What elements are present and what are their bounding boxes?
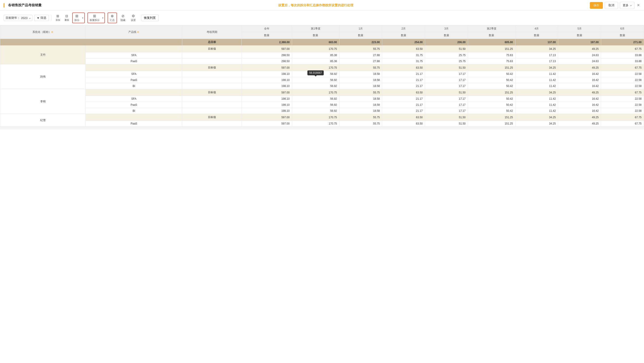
v: 34.25 <box>515 46 558 52</box>
v: 18.58 <box>339 102 382 108</box>
v: 298.50 <box>242 52 292 58</box>
hide-label: 隐藏 <box>120 18 126 22</box>
more-button[interactable]: 更多 <box>620 2 634 9</box>
th-person: 系统名（昵称）⊕ <box>0 25 86 39</box>
v: 16.42 <box>558 77 601 83</box>
cancel-button[interactable]: 取消 <box>605 2 618 9</box>
person-liming: 李明 <box>0 89 86 114</box>
v: 597.00 <box>242 114 292 121</box>
settings-button[interactable]: ⚙ 设置 <box>129 13 138 23</box>
hide-button[interactable]: ⊘ 隐藏 <box>119 13 127 23</box>
v: 22.58 <box>601 102 644 108</box>
product-target-4 <box>86 114 182 121</box>
v: 597.00 <box>242 46 292 52</box>
v: 55.75 <box>339 64 382 71</box>
v: 170.75 <box>292 114 340 121</box>
v: 151.25 <box>468 89 515 96</box>
v: 18.58 <box>339 83 382 89</box>
v: 170.75 <box>292 64 340 71</box>
v: 49.25 <box>558 46 601 52</box>
total-label-cell <box>0 39 182 46</box>
weight-split-button[interactable]: ⊞ 权重拆分 <box>88 13 101 23</box>
v: 31.75 <box>382 52 425 58</box>
close-button[interactable]: × <box>636 2 640 8</box>
table-row: 刘伟 目标值 597.00 170.75 55.75 63.50 51.50 1… <box>0 64 644 71</box>
v: 17.17 <box>425 77 468 83</box>
filter-button[interactable]: ▼ 筛选 <box>34 15 49 21</box>
tooltip-cell: 56.92 56.916667 <box>292 77 340 83</box>
add-person-icon[interactable]: ⊕ <box>51 30 54 33</box>
restore-button[interactable]: 恢复列宽 <box>141 14 158 21</box>
v: 67.75 <box>601 46 644 52</box>
total-val-6: 605.00 <box>468 39 515 46</box>
weight-split-group: ⊞ 权重拆分 ▼ <box>88 12 105 23</box>
v: 16.42 <box>558 96 601 102</box>
v: 24.63 <box>558 52 601 58</box>
total-val-3: 223.00 <box>339 39 382 46</box>
filter-label: 筛选 <box>40 16 46 20</box>
total-val-7: 137.00 <box>515 39 558 46</box>
v: 67.75 <box>601 121 644 127</box>
add-product-icon[interactable]: ⊕ <box>137 30 139 33</box>
v <box>182 58 242 64</box>
table-row: SFA 198.10 56.92 18.58 21.17 17.17 50.42… <box>0 96 644 102</box>
summary-icon: ⊕ <box>111 14 114 18</box>
v: 11.42 <box>515 71 558 77</box>
header-row-1: 系统名（昵称）⊕ 产品线 ⊕ 考核周期 全年 第1季度 1月 2月 3月 第2季… <box>0 25 644 32</box>
save-button[interactable]: 保存 <box>590 2 603 9</box>
v: 27.88 <box>339 52 382 58</box>
add-button[interactable]: ⊞ 添加 <box>54 13 62 22</box>
v: 50.42 <box>468 71 515 77</box>
v: 49.25 <box>558 89 601 96</box>
v: 63.50 <box>382 89 425 96</box>
th-jun: 6月 <box>601 25 644 32</box>
page-title: 各销售按产品考核销量 <box>8 3 42 7</box>
year-label: 目标财年： <box>6 16 20 20</box>
v: 49.25 <box>558 121 601 127</box>
total-val-2: 683.00 <box>292 39 340 46</box>
v: 17.17 <box>425 102 468 108</box>
th-qty-2: 数量 <box>292 32 340 39</box>
v: 198.10 <box>242 83 292 89</box>
total-val-8: 197.00 <box>558 39 601 46</box>
toolbar-divider-1 <box>52 15 52 20</box>
v: 67.75 <box>601 89 644 96</box>
table-row: PaaS 298.50 85.38 27.88 31.75 25.75 75.6… <box>0 58 644 64</box>
v: 56.92 <box>292 108 340 114</box>
table-row: SFA 298.50 85.38 27.88 31.75 25.75 75.63… <box>0 52 644 58</box>
v: 22.58 <box>601 77 644 83</box>
summary-button[interactable]: ⊕ 汇总 <box>108 13 116 23</box>
summary-container: ⊕ 汇总 <box>108 12 117 23</box>
chevron-down-icon <box>630 4 632 6</box>
v: 51.50 <box>425 121 468 127</box>
v: 56.92 <box>292 96 340 102</box>
v: 11.42 <box>515 77 558 83</box>
person-wangzhu: 王竹 <box>0 46 86 64</box>
v: 17.17 <box>425 96 468 102</box>
v: 50.42 <box>468 96 515 102</box>
v: 16.42 <box>558 71 601 77</box>
v: 16.42 <box>558 83 601 89</box>
v: 198.10 <box>242 102 292 108</box>
scroll-area[interactable] <box>0 127 644 129</box>
v: 22.58 <box>601 96 644 102</box>
v: 17.17 <box>425 71 468 77</box>
weight-split-icon: ⊞ <box>93 14 96 18</box>
v: 21.17 <box>382 77 425 83</box>
toolbar: 目标财年： 2023 ▼ 筛选 ⊞ 添加 ⊟ 删除 ⊞ 拆分 ▼ <box>0 11 644 25</box>
delete-button[interactable]: ⊟ 删除 <box>63 13 70 22</box>
product-bi-1: BI <box>86 83 182 89</box>
th-fullyear: 全年 <box>242 25 292 32</box>
split-button[interactable]: ⊞ 拆分 <box>73 13 81 23</box>
v: 18.58 <box>339 108 382 114</box>
total-val-4: 254.00 <box>382 39 425 46</box>
label-target-4: 目标值 <box>182 114 242 121</box>
v: 56.92 <box>292 102 340 108</box>
table-wrapper: 系统名（昵称）⊕ 产品线 ⊕ 考核周期 全年 第1季度 1月 2月 3月 第2季… <box>0 25 644 127</box>
split-group: ⊞ 拆分 ▼ <box>72 12 85 23</box>
year-select[interactable]: 目标财年： 2023 <box>4 15 32 21</box>
v: 198.10 <box>242 96 292 102</box>
v: 25.75 <box>425 52 468 58</box>
total-val-9: 271.00 <box>601 39 644 46</box>
v: 24.63 <box>558 58 601 64</box>
